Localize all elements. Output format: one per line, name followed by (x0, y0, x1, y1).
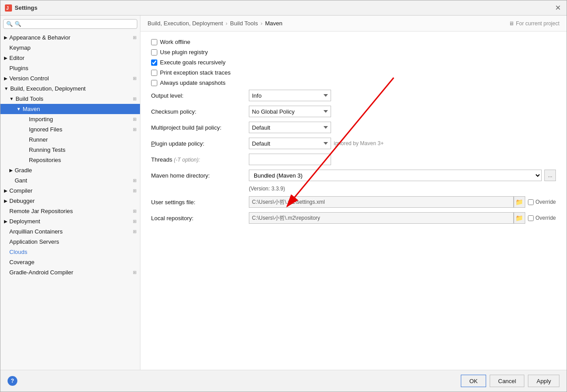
output-level-control: Info Error Warn Debug (249, 90, 556, 101)
settings-page-icon: ⊞ (133, 117, 136, 122)
output-level-row: Output level: Info Error Warn Debug (151, 90, 556, 101)
sidebar-item-editor[interactable]: ▶Editor (0, 53, 140, 63)
plugin-update-policy-control: Default Always Never Interval ignored by… (249, 138, 556, 149)
sidebar-item-debugger[interactable]: ▶Debugger (0, 196, 140, 206)
user-settings-input[interactable] (249, 196, 514, 208)
output-level-dropdown[interactable]: Info Error Warn Debug (249, 90, 331, 101)
close-button[interactable]: ✕ (553, 4, 562, 12)
checkbox-execute-goals[interactable] (151, 59, 157, 66)
maven-home-row: Maven home directory: Bundled (Maven 3) … (151, 170, 556, 181)
sidebar-item-version-control[interactable]: ▶Version Control⊞ (0, 73, 140, 83)
plugin-update-policy-row: Plugin update policy: Default Always Nev… (151, 138, 556, 149)
sidebar-item-gradle[interactable]: ▶Gradle (0, 165, 140, 175)
sidebar-item-label: Coverage (9, 259, 34, 265)
sidebar-item-arquillian[interactable]: ▶Arquillian Containers⊞ (0, 226, 140, 237)
settings-panel: Work offlineUse plugin registryExecute g… (140, 32, 567, 370)
checkbox-row-print-exception: Print exception stack traces (151, 69, 556, 76)
sidebar-item-app-servers[interactable]: ▶Application Servers (0, 237, 140, 247)
sidebar-item-label: Importing (29, 116, 53, 123)
sidebar-item-gradle-android[interactable]: ▶Gradle-Android Compiler⊞ (0, 267, 140, 277)
threads-input[interactable] (249, 154, 331, 165)
user-settings-row: User settings file: 📁 Override (151, 196, 556, 208)
local-repo-row: Local repository: 📁 Override (151, 212, 556, 224)
sidebar-item-label: Gradle (15, 167, 32, 174)
sidebar-item-deployment[interactable]: ▶Deployment⊞ (0, 216, 140, 226)
arrow-icon: ▶ (4, 35, 8, 40)
checkbox-row-work-offline: Work offline (151, 39, 556, 45)
checkbox-print-exception[interactable] (151, 70, 157, 76)
sidebar-item-remote-jar[interactable]: ▶Remote Jar Repositories⊞ (0, 206, 140, 216)
sidebar-item-runner[interactable]: ▶Runner (0, 135, 140, 145)
apply-button[interactable]: Apply (528, 375, 559, 387)
sidebar-item-repositories[interactable]: ▶Repositories (0, 155, 140, 165)
sidebar-item-plugins[interactable]: ▶Plugins (0, 63, 140, 73)
maven-home-browse-button[interactable]: ... (544, 170, 556, 181)
sidebar-item-appearance[interactable]: ▶Appearance & Behavior⊞ (0, 32, 140, 43)
sidebar-item-label: Application Servers (9, 238, 59, 245)
local-repo-input[interactable] (249, 212, 514, 224)
settings-page-icon: ⊞ (133, 188, 136, 193)
monitor-icon: 🖥 (509, 20, 514, 27)
title-bar: J Settings ✕ (0, 0, 567, 16)
maven-version-text: (Version: 3.3.9) (249, 186, 556, 192)
maven-home-dropdown[interactable]: Bundled (Maven 3) (249, 170, 542, 181)
maven-home-label: Maven home directory: (151, 172, 249, 179)
help-button[interactable]: ? (8, 376, 17, 386)
settings-dialog: J Settings ✕ 🔍 ▶Appearance & Behavior⊞▶K… (0, 0, 567, 392)
sidebar-item-label: Appearance & Behavior (9, 34, 70, 41)
checksum-policy-dropdown[interactable]: No Global Policy Fail Warn Ignore (249, 106, 331, 117)
sidebar-item-label: Keymap (9, 44, 31, 51)
sidebar-item-label: Clouds (9, 249, 27, 255)
multiproject-policy-control: Default Never Fail at End Fail Fast (249, 122, 556, 133)
sidebar-item-keymap[interactable]: ▶Keymap (0, 43, 140, 53)
arrow-icon: ▼ (16, 107, 21, 111)
user-settings-browse-button[interactable]: 📁 (514, 196, 525, 208)
settings-page-icon: ⊞ (133, 35, 136, 40)
checkbox-label-work-offline: Work offline (160, 39, 190, 45)
threads-control (249, 154, 556, 165)
sidebar-item-compiler[interactable]: ▶Compiler⊞ (0, 186, 140, 196)
multiproject-policy-label: Multiproject build fail policy: (151, 124, 249, 131)
checkbox-work-offline[interactable] (151, 39, 157, 45)
checkbox-label-plugin-registry: Use plugin registry (160, 49, 208, 55)
sidebar-item-running-tests[interactable]: ▶Running Tests (0, 145, 140, 155)
arrow-icon: ▶ (4, 55, 8, 60)
user-settings-override-checkbox[interactable] (528, 199, 534, 205)
cancel-button[interactable]: Cancel (490, 375, 524, 387)
local-repo-override-checkbox[interactable] (528, 215, 534, 221)
sidebar-item-maven[interactable]: ▼Maven (0, 104, 140, 114)
checkbox-label-print-exception: Print exception stack traces (160, 69, 231, 76)
checkbox-plugin-registry[interactable] (151, 49, 157, 55)
sidebar-item-importing[interactable]: ▶Importing⊞ (0, 114, 140, 124)
threads-row: Threads (-T option): (151, 154, 556, 165)
user-settings-label: User settings file: (151, 199, 249, 206)
sidebar: 🔍 ▶Appearance & Behavior⊞▶Keymap▶Editor▶… (0, 16, 140, 370)
sidebar-list: ▶Appearance & Behavior⊞▶Keymap▶Editor▶Pl… (0, 32, 140, 277)
sidebar-item-gant[interactable]: ▶Gant⊞ (0, 175, 140, 186)
svg-text:J: J (6, 6, 9, 11)
search-box[interactable]: 🔍 (3, 19, 137, 29)
checksum-policy-control: No Global Policy Fail Warn Ignore (249, 106, 556, 117)
arrow-icon: ▼ (9, 96, 14, 101)
ok-button[interactable]: OK (461, 375, 486, 387)
multiproject-policy-dropdown[interactable]: Default Never Fail at End Fail Fast (249, 122, 331, 133)
sidebar-item-ignored-files[interactable]: ▶Ignored Files⊞ (0, 124, 140, 135)
breadcrumb-bar: Build, Execution, Deployment › Build Too… (140, 16, 567, 32)
settings-page-icon: ⊞ (133, 127, 136, 132)
sidebar-item-clouds[interactable]: ▶Clouds (0, 247, 140, 257)
sidebar-item-build-tools[interactable]: ▼Build Tools⊞ (0, 94, 140, 104)
settings-page-icon: ⊞ (133, 76, 136, 81)
sidebar-item-build-execution[interactable]: ▼Build, Execution, Deployment (0, 83, 140, 94)
breadcrumb-sep2: › (260, 20, 262, 27)
sidebar-item-label: Arquillian Containers (9, 228, 63, 235)
sidebar-item-coverage[interactable]: ▶Coverage (0, 257, 140, 267)
plugin-update-policy-dropdown[interactable]: Default Always Never Interval (249, 138, 331, 149)
local-repo-browse-button[interactable]: 📁 (514, 212, 525, 224)
breadcrumb-part2: Build Tools (230, 20, 258, 27)
sidebar-item-label: Plugins (9, 65, 28, 71)
checkbox-always-update[interactable] (151, 80, 157, 86)
arrow-icon: ▶ (4, 198, 8, 203)
sidebar-item-label: Runner (29, 136, 48, 143)
search-input[interactable] (15, 21, 134, 27)
local-repo-override: Override (528, 215, 556, 221)
